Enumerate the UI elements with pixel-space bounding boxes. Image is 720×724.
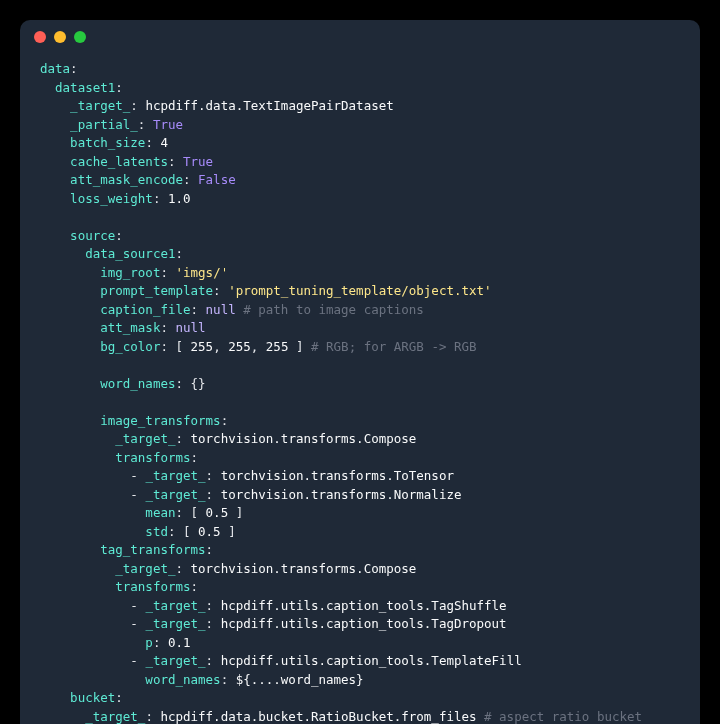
yaml-string: 'prompt_tuning_template/object.txt' <box>228 283 491 298</box>
yaml-number: 0.5 <box>206 505 229 520</box>
yaml-value: torchvision.transforms.Compose <box>191 561 417 576</box>
yaml-value: hcpdiff.data.bucket.RatioBucket.from_fil… <box>160 709 476 724</box>
yaml-value: torchvision.transforms.ToTensor <box>221 468 454 483</box>
yaml-bool: True <box>183 154 213 169</box>
colon: : <box>160 339 175 354</box>
colon: : <box>175 431 190 446</box>
colon: : <box>191 579 199 594</box>
bracket-close: ] <box>288 339 303 354</box>
colon: : <box>221 413 229 428</box>
colon: : <box>153 635 168 650</box>
yaml-key: att_mask_encode <box>70 172 183 187</box>
yaml-comment: # path to image captions <box>236 302 424 317</box>
yaml-key: _target_ <box>115 561 175 576</box>
yaml-number: 255 <box>266 339 289 354</box>
yaml-bool: True <box>153 117 183 132</box>
yaml-null: null <box>176 320 206 335</box>
yaml-comment: # RGB; for ARGB -> RGB <box>303 339 476 354</box>
yaml-value: hcpdiff.utils.caption_tools.TagDropout <box>221 616 507 631</box>
yaml-key: _partial_ <box>70 117 138 132</box>
yaml-key: transforms <box>115 579 190 594</box>
colon: : <box>168 524 183 539</box>
colon: : <box>153 191 168 206</box>
yaml-key: _target_ <box>85 709 145 724</box>
colon: : <box>213 283 228 298</box>
yaml-key: _target_ <box>145 598 205 613</box>
colon: : <box>115 690 123 705</box>
yaml-key: _target_ <box>145 487 205 502</box>
yaml-key: data <box>40 61 70 76</box>
colon: : <box>160 265 175 280</box>
colon: : <box>130 98 145 113</box>
yaml-value: hcpdiff.utils.caption_tools.TagShuffle <box>221 598 507 613</box>
yaml-key: att_mask <box>100 320 160 335</box>
yaml-number: 0.5 <box>198 524 221 539</box>
bracket-open: [ <box>183 524 198 539</box>
dash: - <box>130 487 145 502</box>
yaml-value: ${....word_names} <box>236 672 364 687</box>
yaml-key: caption_file <box>100 302 190 317</box>
yaml-null: null <box>206 302 236 317</box>
window-titlebar <box>20 20 700 54</box>
yaml-key: _target_ <box>145 653 205 668</box>
colon: : <box>115 228 123 243</box>
colon: : <box>206 542 214 557</box>
yaml-number: 255 <box>228 339 251 354</box>
zoom-icon[interactable] <box>74 31 86 43</box>
yaml-key: tag_transforms <box>100 542 205 557</box>
yaml-key: source <box>70 228 115 243</box>
yaml-number: 0.1 <box>168 635 191 650</box>
colon: : <box>138 117 153 132</box>
yaml-key: mean <box>145 505 175 520</box>
yaml-bool: False <box>198 172 236 187</box>
yaml-key: image_transforms <box>100 413 220 428</box>
yaml-value: hcpdiff.utils.caption_tools.TemplateFill <box>221 653 522 668</box>
yaml-key: p <box>145 635 153 650</box>
minimize-icon[interactable] <box>54 31 66 43</box>
yaml-key: _target_ <box>145 616 205 631</box>
comma: , <box>213 339 228 354</box>
code-block: data: dataset1: _target_: hcpdiff.data.T… <box>20 54 700 724</box>
colon: : <box>191 450 199 465</box>
yaml-value: torchvision.transforms.Normalize <box>221 487 462 502</box>
yaml-key: cache_latents <box>70 154 168 169</box>
colon: : <box>206 598 221 613</box>
colon: : <box>175 505 190 520</box>
yaml-number: 1.0 <box>168 191 191 206</box>
yaml-key: dataset1 <box>55 80 115 95</box>
yaml-comment: # aspect ratio bucket <box>477 709 643 724</box>
yaml-key: transforms <box>115 450 190 465</box>
colon: : <box>175 246 183 261</box>
yaml-value: torchvision.transforms.Compose <box>191 431 417 446</box>
yaml-key: batch_size <box>70 135 145 150</box>
colon: : <box>115 80 123 95</box>
yaml-key: word_names <box>100 376 175 391</box>
colon: : <box>206 653 221 668</box>
colon: : <box>175 561 190 576</box>
yaml-key: bg_color <box>100 339 160 354</box>
yaml-key: prompt_template <box>100 283 213 298</box>
colon: : <box>221 672 236 687</box>
yaml-string: 'imgs/' <box>176 265 229 280</box>
dash: - <box>130 653 145 668</box>
colon: : <box>145 135 160 150</box>
yaml-number: 4 <box>160 135 168 150</box>
bracket-close: ] <box>221 524 236 539</box>
yaml-key: _target_ <box>145 468 205 483</box>
colon: : <box>191 302 206 317</box>
colon: : <box>206 616 221 631</box>
yaml-key: std <box>145 524 168 539</box>
bracket-close: ] <box>228 505 243 520</box>
dash: - <box>130 468 145 483</box>
bracket-open: [ <box>191 505 206 520</box>
close-icon[interactable] <box>34 31 46 43</box>
yaml-key: _target_ <box>70 98 130 113</box>
yaml-key: _target_ <box>115 431 175 446</box>
yaml-value: hcpdiff.data.TextImagePairDataset <box>145 98 393 113</box>
colon: : <box>206 468 221 483</box>
dash: - <box>130 616 145 631</box>
colon: : <box>175 376 190 391</box>
colon: : <box>183 172 198 187</box>
yaml-key: img_root <box>100 265 160 280</box>
colon: : <box>145 709 160 724</box>
